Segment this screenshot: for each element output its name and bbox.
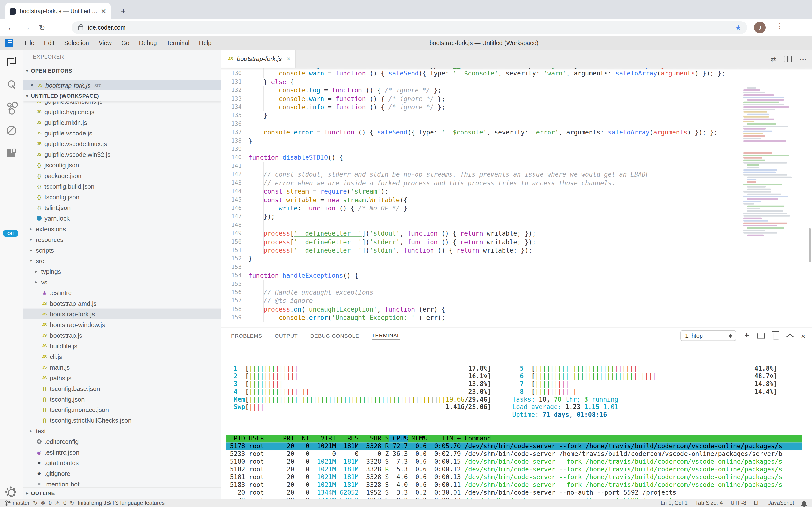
code-line[interactable]: 158 process.on('uncaughtException', func… [222,305,812,314]
code-line[interactable]: 134 console.info = function () { /* igno… [222,103,812,112]
code-line[interactable]: 139 [222,145,812,154]
settings-gear-icon[interactable] [6,487,17,499]
branch-name[interactable]: master [13,500,29,506]
tree-item[interactable]: {}tsconfig.base.json [23,383,221,394]
open-editor-item[interactable]: × JS bootstrap-fork.js src [23,80,221,91]
tab-close-icon[interactable]: ✕ [101,7,106,15]
code-line[interactable]: 149 process['__defineGetter__']('stdout'… [222,229,812,238]
tree-item[interactable]: ▸test [23,426,221,436]
code-line[interactable]: 132 console.log = function () { /* ignor… [222,86,812,95]
code-line[interactable]: 140function disableSTDIO() { [222,154,812,162]
menu-debug[interactable]: Debug [134,40,162,46]
terminal[interactable]: 1 [||||||||||||| 17.8%] 2 [|||||||||||||… [222,344,812,499]
editor-tab-close-icon[interactable]: × [287,55,290,62]
browser-tab[interactable]: bootstrap-fork.js — Untitled (W ✕ [5,3,111,19]
split-terminal-icon[interactable] [758,333,765,339]
tree-item[interactable]: {}tsconfig.build.json [23,181,221,191]
editor-scrollbar[interactable] [809,228,811,262]
code-line[interactable]: 159 console.error('Uncaught Exception: '… [222,314,812,322]
code-line[interactable]: 148 [222,221,812,229]
code-line[interactable]: 130 console.warn = function () { safeSen… [222,69,812,78]
maximize-panel-icon[interactable] [787,333,794,340]
htop-table-header[interactable]: PID USER PRI NI VIRT RES SHR S CPU% MEM%… [226,435,802,442]
menu-terminal[interactable]: Terminal [162,40,194,46]
close-panel-icon[interactable]: × [801,332,805,340]
menu-file[interactable]: File [20,40,39,46]
avatar[interactable]: J [754,22,766,34]
outline-header[interactable]: ▸ OUTLINE [23,488,221,499]
sync-icon[interactable]: ↻ [33,500,37,506]
code-line[interactable]: 133 console.warn = function () { /* igno… [222,95,812,103]
tab-problems[interactable]: PROBLEMS [231,333,262,339]
htop-process-row[interactable]: 5182 root 20 0 1021M 181M 3328 R 5.3 0.6… [226,466,802,473]
tab-output[interactable]: OUTPUT [274,333,298,339]
explorer-icon[interactable] [6,56,17,67]
new-tab-button[interactable]: + [117,5,130,17]
kill-terminal-icon[interactable] [773,333,779,340]
tree-item[interactable]: {}tsconfig.strictNullChecks.json [23,415,221,426]
tree-item[interactable]: JSpaths.js [23,373,221,383]
debug-icon[interactable] [6,125,17,136]
tree-item[interactable]: JScli.js [23,351,221,362]
code-line[interactable]: 131 } else { [222,78,812,87]
more-actions-icon[interactable]: ⋯ [799,54,807,63]
code-line[interactable]: 150 process['__defineGetter__']('stderr'… [222,238,812,246]
menu-view[interactable]: View [94,40,117,46]
htop-process-row[interactable]: 5180 root 20 0 1021M 181M 3328 S 7.3 0.6… [226,458,802,466]
close-icon[interactable]: × [28,82,36,89]
back-icon[interactable]: ← [5,21,17,34]
menu-edit[interactable]: Edit [39,40,59,46]
htop-process-row[interactable]: 5178 root 20 0 1021M 181M 3328 R 72.7 0.… [226,442,802,450]
tree-item[interactable]: ▸scripts [23,245,221,256]
search-icon[interactable] [6,79,17,91]
tree-item[interactable]: {}tsconfig.json [23,191,221,202]
minimap[interactable] [743,87,794,237]
cursor-position[interactable]: Ln 1, Col 1 [661,500,688,506]
code-line[interactable]: 152} [222,255,812,263]
tree-item[interactable]: ▸resources [23,234,221,245]
code-line[interactable]: 146 write: function () { /* No OP */ } [222,204,812,213]
menu-selection[interactable]: Selection [59,40,94,46]
tree-item[interactable]: JSgulpfile.hygiene.js [23,106,221,117]
htop-process-row[interactable]: 39 root 20 0 1344M 62052 1952 S 0.0 0.2 … [226,497,802,499]
tree-item[interactable]: ◉.eslintrc [23,287,221,298]
menu-help[interactable]: Help [194,40,216,46]
tree-item[interactable]: {}tsconfig.json [23,394,221,404]
terminal-select[interactable]: 1: htop [681,330,736,341]
code-line[interactable]: 144 const stream = require('stream'); [222,187,812,196]
tree-item[interactable]: ≡.mention-bot [23,479,221,488]
tree-item[interactable]: ◉.eslintrc.json [23,447,221,457]
tree-item[interactable]: ▸vs [23,277,221,287]
editor-tab[interactable]: JS bootstrap-fork.js × [222,50,296,68]
tree-item[interactable]: {}jsconfig.json [23,160,221,170]
tree-item[interactable]: {}tslint.json [23,202,221,213]
tree-item[interactable]: yarn.lock [23,213,221,224]
url-bar[interactable]: ide.coder.com ★ [72,21,747,34]
open-editors-header[interactable]: ▾ OPEN EDITORS [23,65,221,76]
tab-terminal[interactable]: TERMINAL [372,332,400,340]
tree-item[interactable]: JSgulpfile.vscode.win32.js [23,149,221,160]
tree-item[interactable]: {}package.json [23,170,221,181]
tree-item[interactable]: JSmain.js [23,362,221,373]
tree-item[interactable]: ▸extensions [23,224,221,234]
reload-icon[interactable]: ↻ [36,21,48,34]
code-editor[interactable]: 129 console.log = function () { safeSend… [222,68,812,328]
eol-indicator[interactable]: LF [754,500,760,506]
tree-item[interactable]: ▾src [23,256,221,266]
code-line[interactable]: 141 [222,162,812,171]
open-changes-icon[interactable]: ⇄ [771,55,776,63]
warning-count[interactable]: 0 [63,500,66,506]
tree-item[interactable]: JSbootstrap-amd.js [23,298,221,308]
split-editor-icon[interactable] [784,55,792,62]
code-line[interactable]: 136 [222,120,812,128]
tree-item[interactable]: JSbuildfile.js [23,341,221,351]
menu-go[interactable]: Go [117,40,134,46]
tree-item[interactable]: JSbootstrap-fork.js [23,308,221,319]
tree-item[interactable]: JSgulpfile.vscode.js [23,128,221,138]
code-line[interactable]: 153 [222,263,812,271]
tree-item[interactable]: JSbootstrap.js [23,330,221,341]
notifications-bell-icon[interactable] [802,501,806,505]
code-line[interactable]: 142 // const stdout, stderr and stdin be… [222,170,812,179]
code-line[interactable]: 143 // error when we are inside a forked… [222,179,812,187]
extensions-icon[interactable] [6,148,17,160]
